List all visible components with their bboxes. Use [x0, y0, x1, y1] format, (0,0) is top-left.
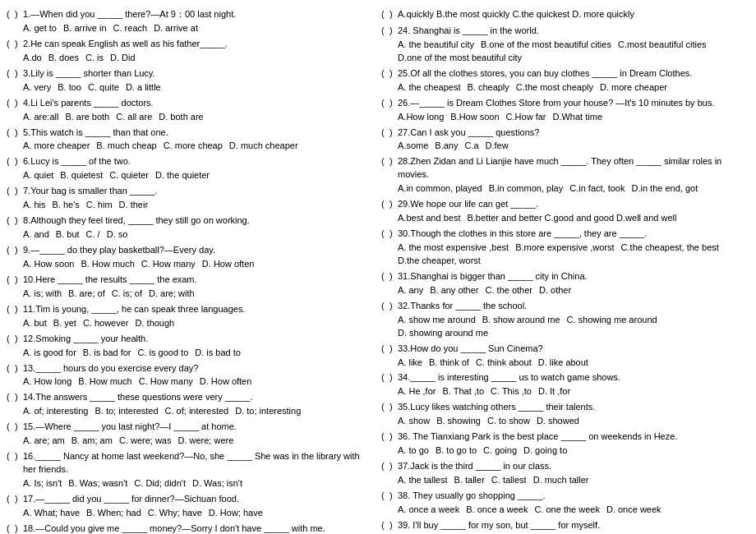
- left-paren: (: [381, 228, 388, 268]
- option-item: C. /: [86, 228, 100, 242]
- option-item: A. is; with: [23, 288, 62, 301]
- option-item: A. more cheaper: [23, 140, 90, 153]
- left-paren: (: [7, 214, 13, 242]
- options-list: A. are:allB. are bothC. all areD. both a…: [23, 111, 375, 124]
- option-item: A. any: [398, 284, 423, 297]
- left-paren: (: [7, 362, 13, 389]
- left-paren: (: [381, 155, 388, 196]
- option-item: B. are; of: [68, 288, 105, 301]
- option-item: D.the cheaper, worst: [398, 255, 481, 268]
- left-paren: (: [7, 421, 13, 448]
- question-item: ()13._____ hours do you exercise every d…: [7, 362, 375, 389]
- right-paren: ): [15, 97, 21, 124]
- left-paren: (: [7, 38, 13, 65]
- left-paren: (: [381, 343, 388, 370]
- question-text: 13._____ hours do you exercise every day…: [23, 362, 375, 375]
- right-paren: ): [15, 127, 21, 154]
- right-paren: ): [390, 343, 396, 370]
- option-item: D. other: [539, 284, 571, 297]
- right-paren: ): [15, 303, 21, 330]
- question-text: 30.Though the clothes in this store are …: [398, 228, 749, 241]
- option-item: D. is bad to: [195, 347, 241, 360]
- question-text: 4.Li Lei's parents _____ doctors.: [23, 97, 375, 110]
- question-body: 16._____ Nancy at home last weekend?—No,…: [23, 450, 375, 490]
- options-list: A. showB. showingC. to showD. showed: [398, 415, 749, 428]
- question-item: ()38. They usually go shopping _____.A. …: [381, 490, 749, 517]
- question-body: 3.Lily is _____ shorter than Lucy.A. ver…: [23, 67, 375, 94]
- option-item: A. show: [398, 415, 430, 428]
- options-list: A. How soonB. How muchC. How manyD. How …: [23, 258, 375, 271]
- left-paren: (: [381, 430, 388, 458]
- option-item: C. the other: [486, 284, 532, 297]
- option-item: A. What; have: [23, 507, 80, 520]
- right-paren: ): [15, 333, 21, 360]
- right-paren: ): [390, 67, 396, 94]
- question-text: 39. I'll buy _____ for my son, but _____…: [398, 519, 749, 532]
- right-paren: ): [15, 362, 21, 389]
- left-paren: (: [7, 493, 13, 520]
- left-paren: (: [7, 155, 13, 182]
- option-item: C.a: [464, 140, 478, 153]
- right-paren: ): [15, 67, 21, 94]
- option-item: B. are both: [65, 111, 109, 124]
- option-item: D. arrive at: [154, 22, 198, 35]
- question-text: 18.—Could you give me _____ money?—Sorry…: [23, 522, 375, 534]
- options-list: A. veryB. tooC. quiteD. a little: [23, 81, 375, 94]
- option-item: A. the cheapest: [398, 81, 460, 94]
- option-item: D. once week: [606, 504, 662, 517]
- right-paren: ): [15, 522, 21, 534]
- option-item: B. but: [56, 228, 80, 242]
- option-item: B. taller: [454, 474, 485, 487]
- option-item: D.in the end, got: [631, 182, 698, 196]
- options-list: A. Is; isn'tB. Was; wasn'tC. Did; didn't…: [23, 477, 375, 490]
- option-item: A.How long: [398, 111, 444, 124]
- option-item: D. were; were: [177, 435, 233, 448]
- right-paren: ): [390, 371, 396, 398]
- question-body: 32.Thanks for _____ the school.A. show m…: [398, 300, 749, 340]
- right-paren: ): [15, 8, 21, 35]
- option-item: C.the most cheaply: [516, 81, 593, 94]
- option-item: D. It ,for: [538, 385, 570, 398]
- option-item: C.the cheapest, the best: [621, 242, 719, 255]
- left-paren: (: [381, 401, 388, 428]
- question-text: 37.Jack is the third _____ in our class.: [398, 460, 749, 473]
- question-body: 11.Tim is young, _____, he can speak thr…: [23, 303, 375, 330]
- right-paren: ): [390, 25, 396, 65]
- question-text: 3.Lily is _____ shorter than Lucy.: [23, 67, 375, 81]
- question-body: 9.—_____ do they play basketball?—Every …: [23, 244, 375, 271]
- question-item: ()32.Thanks for _____ the school.A. show…: [381, 300, 749, 340]
- option-item: C. all are: [116, 111, 152, 124]
- question-item: ()37.Jack is the third _____ in our clas…: [381, 460, 749, 487]
- right-paren: ): [390, 519, 396, 534]
- question-item: ()34._____ is interesting _____ us to wa…: [381, 371, 749, 398]
- question-item: ()3.Lily is _____ shorter than Lucy.A. v…: [7, 67, 375, 94]
- left-paren: (: [381, 8, 388, 22]
- option-item: A. of; interesting: [23, 405, 89, 418]
- left-paren: (: [7, 274, 13, 301]
- option-item: C. to show: [487, 415, 530, 428]
- option-item: A. very: [23, 81, 51, 94]
- right-paren: ): [15, 244, 21, 271]
- options-list: A. hisB. he'sC. himD. their: [23, 199, 375, 212]
- question-text: 28.Zhen Zidan and Li Lianjie have much _…: [398, 155, 749, 182]
- left-paren: (: [381, 97, 388, 124]
- exam-page: ()1.—When did you _____ there?—At 9：00 l…: [7, 8, 749, 534]
- right-paren: ): [15, 450, 21, 490]
- question-item: ()33.How do you _____ Sun Cinema?A. like…: [381, 343, 749, 370]
- options-list: A. is; withB. are; ofC. is; ofD. are; wi…: [23, 288, 375, 301]
- option-item: B. any other: [430, 284, 478, 297]
- option-item: A.do: [23, 52, 42, 65]
- option-item: B. showing: [436, 415, 481, 428]
- option-item: D.few: [486, 140, 509, 153]
- question-item: ()26.—_____ is Dream Clothes Store from …: [381, 97, 749, 124]
- question-body: 39. I'll buy _____ for my son, but _____…: [398, 519, 749, 534]
- option-item: A. his: [23, 199, 46, 212]
- question-body: 8.Although they feel tired, _____ they s…: [23, 214, 375, 242]
- option-item: B. How much: [81, 258, 134, 271]
- question-body: 5.This watch is _____ than that one.A. m…: [23, 127, 375, 154]
- left-paren: (: [381, 460, 388, 487]
- options-list: A. How longB. How muchC. How manyD. How …: [23, 375, 375, 389]
- option-item: A. like: [398, 357, 422, 370]
- left-paren: (: [7, 450, 13, 490]
- question-body: 10.Here _____ the results _____ the exam…: [23, 274, 375, 301]
